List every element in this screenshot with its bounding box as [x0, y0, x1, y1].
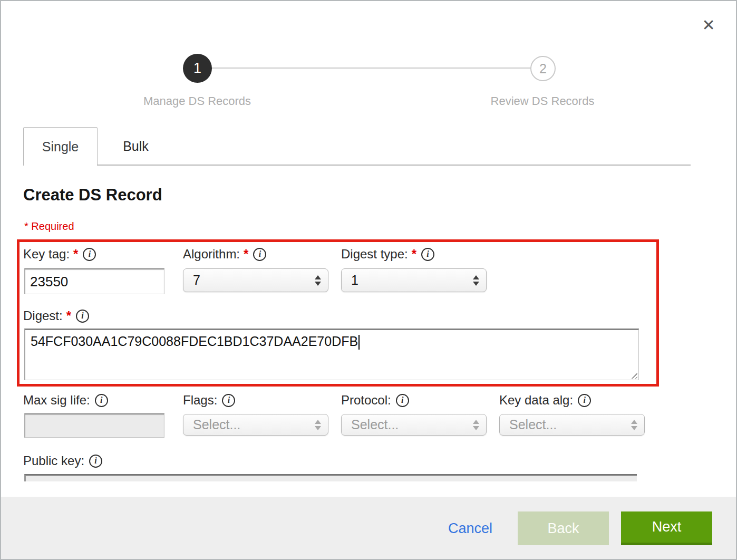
key-tag-required-marker: *: [73, 247, 78, 262]
digest-required-marker: *: [66, 308, 71, 323]
protocol-info-icon[interactable]: i: [396, 394, 409, 407]
key-data-alg-select[interactable]: Select...: [499, 414, 645, 436]
digest-type-info-icon[interactable]: i: [421, 248, 434, 261]
flags-select-value: Select...: [193, 417, 240, 432]
flags-label-text: Flags:: [183, 393, 217, 408]
algorithm-select-value: 7: [193, 273, 200, 288]
digest-type-select-value: 1: [351, 273, 358, 288]
key-data-alg-label: Key data alg: i: [499, 393, 591, 408]
digest-value: 54FCF030AA1C79C0088FDEC1BD1C37DAA2E70DFB: [31, 334, 358, 349]
digest-label: Digest: * i: [23, 308, 89, 323]
key-tag-input[interactable]: [24, 268, 164, 294]
info-glyph: i: [81, 312, 83, 320]
step-1-circle: 1: [183, 54, 212, 83]
max-sig-life-label: Max sig life: i: [23, 393, 108, 408]
step-2-number: 2: [539, 61, 547, 76]
select-stepper-arrows-icon: [473, 420, 479, 430]
info-glyph: i: [228, 396, 230, 404]
flags-select[interactable]: Select...: [183, 414, 328, 436]
key-tag-info-icon[interactable]: i: [83, 248, 96, 261]
stepper-connector-line: [211, 67, 531, 69]
step-2-label: Review DS Records: [491, 94, 595, 108]
info-glyph: i: [583, 396, 585, 404]
cancel-button[interactable]: Cancel: [448, 520, 492, 537]
close-icon[interactable]: ✕: [698, 15, 719, 36]
info-glyph: i: [426, 250, 429, 258]
algorithm-select[interactable]: 7: [183, 268, 328, 292]
algorithm-required-marker: *: [244, 247, 248, 262]
flags-label: Flags: i: [183, 393, 235, 408]
select-stepper-arrows-icon: [631, 420, 637, 430]
info-glyph: i: [401, 396, 403, 404]
key-tag-label: Key tag: * i: [23, 247, 96, 262]
step-2-circle: 2: [530, 56, 556, 81]
info-glyph: i: [89, 250, 91, 258]
select-stepper-arrows-icon: [315, 275, 321, 286]
public-key-label: Public key: i: [23, 453, 102, 468]
digest-type-required-marker: *: [412, 247, 416, 262]
digest-type-label-text: Digest type:: [341, 247, 408, 262]
public-key-info-icon[interactable]: i: [89, 455, 102, 468]
step-1-number: 1: [193, 60, 201, 76]
digest-type-label: Digest type: * i: [341, 247, 434, 262]
digest-info-icon[interactable]: i: [76, 310, 89, 323]
info-glyph: i: [259, 250, 261, 258]
algorithm-label-text: Algorithm:: [183, 247, 240, 262]
step-1-label: Manage DS Records: [143, 94, 251, 108]
dialog-footer: Cancel Back Next: [1, 497, 736, 560]
max-sig-life-info-icon[interactable]: i: [95, 394, 108, 407]
digest-label-text: Digest:: [23, 308, 63, 323]
back-button[interactable]: Back: [518, 511, 609, 545]
key-data-alg-label-text: Key data alg:: [499, 393, 573, 408]
algorithm-info-icon[interactable]: i: [253, 248, 266, 261]
next-button[interactable]: Next: [621, 511, 712, 545]
select-stepper-arrows-icon: [473, 275, 479, 286]
tab-bulk[interactable]: Bulk: [98, 127, 174, 166]
tab-bulk-label: Bulk: [123, 139, 149, 154]
digest-type-select[interactable]: 1: [341, 268, 487, 292]
required-note: * Required: [24, 220, 74, 233]
tab-single-label: Single: [42, 139, 79, 155]
max-sig-life-input[interactable]: [24, 413, 164, 438]
max-sig-life-label-text: Max sig life:: [23, 393, 90, 408]
key-data-alg-select-value: Select...: [509, 417, 557, 432]
key-tag-label-text: Key tag:: [23, 247, 70, 262]
create-ds-record-dialog: ✕ 1 2 Manage DS Records Review DS Record…: [0, 0, 737, 560]
flags-info-icon[interactable]: i: [222, 394, 235, 407]
digest-textarea[interactable]: 54FCF030AA1C79C0088FDEC1BD1C37DAA2E70DFB: [24, 329, 639, 380]
protocol-select[interactable]: Select...: [341, 414, 487, 436]
protocol-select-value: Select...: [351, 417, 399, 432]
public-key-label-text: Public key:: [23, 453, 84, 468]
public-key-textarea[interactable]: [24, 474, 637, 481]
key-data-alg-info-icon[interactable]: i: [578, 394, 591, 407]
page-title: Create DS Record: [23, 186, 162, 205]
protocol-label-text: Protocol:: [341, 393, 391, 408]
text-caret: [358, 335, 360, 350]
tab-single[interactable]: Single: [23, 127, 98, 166]
select-stepper-arrows-icon: [315, 420, 321, 430]
info-glyph: i: [100, 396, 102, 404]
protocol-label: Protocol: i: [341, 393, 409, 408]
info-glyph: i: [94, 457, 96, 465]
resize-grip-icon[interactable]: [630, 371, 637, 379]
algorithm-label: Algorithm: * i: [183, 247, 266, 262]
